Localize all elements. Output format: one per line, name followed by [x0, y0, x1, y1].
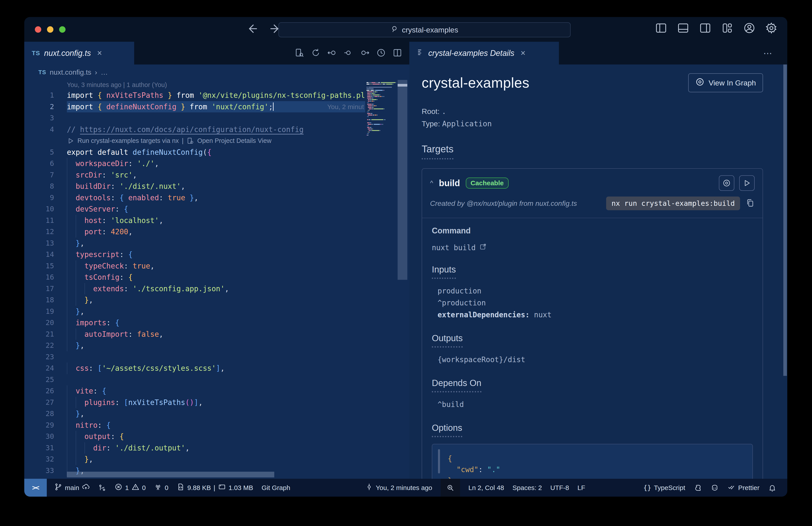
code-line[interactable]: 7 srcDir: 'src',: [24, 169, 365, 181]
code-line[interactable]: 31 dir: './dist/.output',: [24, 442, 365, 454]
eol-item[interactable]: LF: [578, 484, 585, 492]
code-editor[interactable]: You, 3 minutes ago | 1 author (You)1impo…: [24, 80, 409, 479]
editor-vertical-scrollbar[interactable]: [397, 80, 407, 280]
encoding-item[interactable]: UTF-8: [550, 484, 569, 492]
zoom-indicator[interactable]: [441, 479, 460, 497]
code-line[interactable]: 16 tsConfig: {: [24, 272, 365, 283]
code-line[interactable]: 14 typescript: {: [24, 249, 365, 260]
eye-target-icon: [695, 77, 705, 88]
language-mode-item[interactable]: {} TypeScript: [643, 484, 685, 492]
code-line[interactable]: 12 port: 4200,: [24, 226, 365, 238]
cursor-position-item[interactable]: Ln 2, Col 48: [468, 484, 504, 492]
code-line[interactable]: 29 nitro: {: [24, 420, 365, 431]
code-line[interactable]: 32 },: [24, 454, 365, 465]
refresh-icon[interactable]: [311, 48, 321, 58]
codelens-open-link[interactable]: Open Project Details View: [197, 135, 271, 147]
customize-layout-icon[interactable]: [721, 22, 734, 35]
details-list-icon: [417, 48, 424, 58]
code-line[interactable]: 23: [24, 351, 365, 363]
git-compare-item[interactable]: [98, 484, 106, 492]
close-tab-icon[interactable]: ×: [97, 48, 102, 58]
split-editor-icon[interactable]: [393, 48, 402, 58]
code-line[interactable]: 11 host: 'localhost',: [24, 215, 365, 226]
minimize-window-button[interactable]: [47, 26, 54, 33]
code-line[interactable]: 8 buildDir: './dist/.nuxt',: [24, 181, 365, 192]
view-target-graph-button[interactable]: [719, 175, 734, 191]
options-code-box[interactable]: { "cwd": "."}: [432, 444, 753, 479]
codelens-run-link[interactable]: Run crystal-examples targets via nx: [77, 135, 179, 147]
tab-nuxt-config[interactable]: TS nuxt.config.ts ×: [24, 42, 134, 65]
code-line[interactable]: 21 autoImport: false,: [24, 329, 365, 340]
blame-item[interactable]: You, 2 minutes ago: [365, 483, 432, 493]
panel-more-actions-icon[interactable]: ⋯: [763, 42, 773, 65]
account-icon[interactable]: [743, 22, 755, 35]
tab-project-details[interactable]: crystal-examples Details ×: [409, 42, 559, 65]
collapse-chevron-icon[interactable]: ^: [430, 179, 433, 187]
code-line[interactable]: 25: [24, 374, 365, 386]
prettier-item[interactable]: Prettier: [727, 483, 759, 493]
view-in-graph-button[interactable]: View In Graph: [688, 73, 763, 92]
copilot-icon[interactable]: [711, 484, 719, 492]
run-target-button[interactable]: [739, 175, 755, 191]
indentation-item[interactable]: Spaces: 2: [512, 484, 542, 492]
code-line[interactable]: 24 css: ['~/assets/css/styles.scss'],: [24, 362, 365, 374]
command-center-search[interactable]: crystal-examples: [278, 22, 570, 37]
codelens-row[interactable]: Run crystal-examples targets via nx|Open…: [24, 135, 365, 147]
code-line[interactable]: 26 vite: {: [24, 385, 365, 397]
editor-horizontal-scrollbar[interactable]: [67, 472, 274, 478]
copy-icon[interactable]: [746, 199, 755, 208]
toggle-panel-icon[interactable]: [677, 22, 689, 35]
code-line[interactable]: 19 },: [24, 306, 365, 317]
code-line[interactable]: 3: [24, 112, 365, 124]
code-line[interactable]: 1import { nxViteTsPaths } from '@nx/vite…: [24, 90, 365, 101]
panel-scrollbar[interactable]: [783, 65, 787, 376]
nx-run-command-chip[interactable]: nx run crystal-examples:build: [606, 197, 740, 210]
external-link-icon[interactable]: [479, 243, 487, 252]
targets-heading: Targets: [422, 144, 453, 159]
remote-indicator[interactable]: ><: [24, 479, 47, 497]
created-by-text: Created by @nx/nuxt/plugin from nuxt.con…: [430, 199, 600, 208]
toggle-secondary-sidebar-icon[interactable]: [699, 22, 711, 35]
code-line[interactable]: 27 plugins: [nxViteTsPaths()],: [24, 397, 365, 408]
breadcrumb[interactable]: TS nuxt.config.ts › …: [24, 65, 409, 80]
code-line[interactable]: 10 devServer: {: [24, 203, 365, 215]
code-line[interactable]: 9 devtools: { enabled: true },: [24, 192, 365, 203]
back-icon[interactable]: [245, 22, 259, 37]
code-line[interactable]: 15 typeCheck: true,: [24, 260, 365, 272]
code-line[interactable]: 17 extends: './tsconfig.app.json',: [24, 283, 365, 295]
tab-filename: nuxt.config.ts: [44, 48, 91, 58]
git-graph-item[interactable]: Git Graph: [261, 484, 290, 492]
breadcrumb-more[interactable]: …: [101, 68, 108, 76]
forwarded-ports-item[interactable]: 0: [154, 483, 168, 493]
code-line[interactable]: 4// https://nuxt.com/docs/api/configurat…: [24, 124, 365, 136]
options-code-line: "cwd": ".": [448, 464, 752, 475]
error-icon: [115, 483, 122, 493]
breadcrumb-file[interactable]: nuxt.config.ts: [50, 68, 91, 76]
bell-icon[interactable]: [768, 484, 776, 492]
open-changes-icon[interactable]: [294, 48, 304, 58]
code-line[interactable]: 28 },: [24, 408, 365, 420]
previous-change-icon[interactable]: [327, 48, 337, 58]
code-line[interactable]: 6 workspaceDir: './',: [24, 158, 365, 169]
close-window-button[interactable]: [35, 26, 41, 33]
settings-gear-icon[interactable]: [765, 22, 778, 35]
file-size-item[interactable]: 9.88 KB | 1.03 MB: [177, 483, 253, 493]
close-tab-icon[interactable]: ×: [521, 48, 525, 58]
toggle-primary-sidebar-icon[interactable]: [655, 22, 667, 35]
code-line[interactable]: 18 },: [24, 294, 365, 306]
problems-item[interactable]: 1 0: [115, 483, 146, 493]
timeline-history-icon[interactable]: [376, 48, 386, 58]
maximize-window-button[interactable]: [59, 26, 66, 33]
current-change-icon[interactable]: [344, 48, 353, 58]
code-line[interactable]: 13 },: [24, 238, 365, 249]
warning-icon: [131, 483, 140, 493]
next-change-icon[interactable]: [360, 48, 369, 58]
code-line[interactable]: 5export default defineNuxtConfig({: [24, 147, 365, 158]
squirrel-icon[interactable]: [694, 484, 702, 492]
minimap[interactable]: [365, 81, 396, 136]
code-line[interactable]: 2import { defineNuxtConfig } from 'nuxt/…: [24, 101, 365, 113]
code-line[interactable]: 20 imports: {: [24, 317, 365, 329]
git-branch-item[interactable]: main: [54, 483, 90, 493]
code-line[interactable]: 30 output: {: [24, 431, 365, 442]
code-line[interactable]: 22 },: [24, 340, 365, 351]
